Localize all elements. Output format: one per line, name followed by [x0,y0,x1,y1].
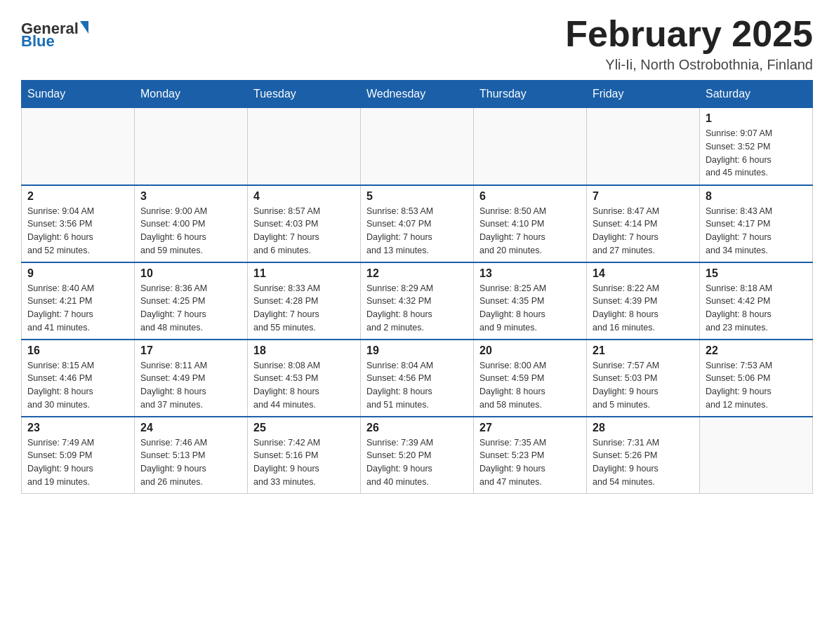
day-info: Sunrise: 8:33 AMSunset: 4:28 PMDaylight:… [253,282,355,335]
day-number: 18 [253,344,355,357]
calendar-cell: 15Sunrise: 8:18 AMSunset: 4:42 PMDayligh… [700,262,813,340]
day-number: 9 [27,267,128,280]
calendar-cell: 5Sunrise: 8:53 AMSunset: 4:07 PMDaylight… [361,185,474,262]
day-info: Sunrise: 7:57 AMSunset: 5:03 PMDaylight:… [593,359,694,412]
title-area: February 2025 Yli-Ii, North Ostrobothnia… [565,14,813,73]
day-info: Sunrise: 8:53 AMSunset: 4:07 PMDaylight:… [366,205,468,257]
day-info: Sunrise: 8:22 AMSunset: 4:39 PMDaylight:… [593,282,694,335]
day-header-friday: Friday [587,81,700,108]
day-number: 1 [706,112,807,125]
calendar-cell: 27Sunrise: 7:35 AMSunset: 5:23 PMDayligh… [474,417,587,494]
logo-blue: Blue [21,34,55,49]
day-header-monday: Monday [135,81,248,108]
calendar-week-row: 9Sunrise: 8:40 AMSunset: 4:21 PMDaylight… [22,262,813,340]
day-info: Sunrise: 8:29 AMSunset: 4:32 PMDaylight:… [366,282,468,335]
day-number: 19 [366,344,468,357]
day-number: 23 [27,422,128,434]
day-number: 15 [706,267,807,280]
page-header: General Blue February 2025 Yli-Ii, North… [21,14,813,73]
calendar-cell: 8Sunrise: 8:43 AMSunset: 4:17 PMDaylight… [700,185,813,262]
calendar-cell: 26Sunrise: 7:39 AMSunset: 5:20 PMDayligh… [361,417,474,494]
day-header-thursday: Thursday [474,81,587,108]
header-row: SundayMondayTuesdayWednesdayThursdayFrid… [22,81,813,108]
calendar-cell: 6Sunrise: 8:50 AMSunset: 4:10 PMDaylight… [474,185,587,262]
calendar-cell: 28Sunrise: 7:31 AMSunset: 5:26 PMDayligh… [587,417,700,494]
calendar-cell [22,108,135,185]
calendar-cell [700,417,813,494]
day-number: 3 [140,190,241,203]
calendar-cell: 24Sunrise: 7:46 AMSunset: 5:13 PMDayligh… [135,417,248,494]
day-number: 16 [27,344,128,357]
day-header-tuesday: Tuesday [248,81,361,108]
day-number: 28 [593,422,694,434]
calendar-cell: 1Sunrise: 9:07 AMSunset: 3:52 PMDaylight… [700,108,813,185]
day-number: 8 [706,190,807,203]
day-info: Sunrise: 7:46 AMSunset: 5:13 PMDaylight:… [140,436,241,489]
day-number: 17 [140,344,241,357]
day-info: Sunrise: 7:39 AMSunset: 5:20 PMDaylight:… [366,436,468,489]
calendar-subtitle: Yli-Ii, North Ostrobothnia, Finland [565,57,813,73]
calendar-table: SundayMondayTuesdayWednesdayThursdayFrid… [21,80,813,494]
day-info: Sunrise: 8:18 AMSunset: 4:42 PMDaylight:… [706,282,807,335]
day-number: 27 [479,422,581,434]
calendar-cell: 3Sunrise: 9:00 AMSunset: 4:00 PMDaylight… [135,185,248,262]
day-info: Sunrise: 7:53 AMSunset: 5:06 PMDaylight:… [706,359,807,412]
day-number: 13 [479,267,581,280]
calendar-cell: 18Sunrise: 8:08 AMSunset: 4:53 PMDayligh… [248,340,361,417]
calendar-cell [248,108,361,185]
calendar-cell: 16Sunrise: 8:15 AMSunset: 4:46 PMDayligh… [22,340,135,417]
day-info: Sunrise: 8:50 AMSunset: 4:10 PMDaylight:… [479,205,581,257]
day-number: 25 [253,422,355,434]
calendar-cell [135,108,248,185]
day-number: 26 [366,422,468,434]
day-info: Sunrise: 8:40 AMSunset: 4:21 PMDaylight:… [27,282,128,335]
day-header-saturday: Saturday [700,81,813,108]
day-number: 22 [706,344,807,357]
day-info: Sunrise: 8:47 AMSunset: 4:14 PMDaylight:… [593,205,694,257]
day-info: Sunrise: 8:15 AMSunset: 4:46 PMDaylight:… [27,359,128,412]
calendar-week-row: 23Sunrise: 7:49 AMSunset: 5:09 PMDayligh… [22,417,813,494]
day-info: Sunrise: 8:08 AMSunset: 4:53 PMDaylight:… [253,359,355,412]
calendar-cell: 9Sunrise: 8:40 AMSunset: 4:21 PMDaylight… [22,262,135,340]
day-info: Sunrise: 8:04 AMSunset: 4:56 PMDaylight:… [366,359,468,412]
day-info: Sunrise: 8:11 AMSunset: 4:49 PMDaylight:… [140,359,241,412]
calendar-week-row: 2Sunrise: 9:04 AMSunset: 3:56 PMDaylight… [22,185,813,262]
logo: General Blue [21,21,88,49]
calendar-cell [474,108,587,185]
day-info: Sunrise: 8:25 AMSunset: 4:35 PMDaylight:… [479,282,581,335]
calendar-cell: 12Sunrise: 8:29 AMSunset: 4:32 PMDayligh… [361,262,474,340]
calendar-cell: 11Sunrise: 8:33 AMSunset: 4:28 PMDayligh… [248,262,361,340]
day-number: 5 [366,190,468,203]
day-info: Sunrise: 9:04 AMSunset: 3:56 PMDaylight:… [27,205,128,257]
calendar-cell: 14Sunrise: 8:22 AMSunset: 4:39 PMDayligh… [587,262,700,340]
day-number: 21 [593,344,694,357]
calendar-cell: 20Sunrise: 8:00 AMSunset: 4:59 PMDayligh… [474,340,587,417]
day-info: Sunrise: 9:07 AMSunset: 3:52 PMDaylight:… [706,127,807,180]
day-number: 7 [593,190,694,203]
calendar-cell: 10Sunrise: 8:36 AMSunset: 4:25 PMDayligh… [135,262,248,340]
calendar-title: February 2025 [565,14,813,54]
calendar-cell: 23Sunrise: 7:49 AMSunset: 5:09 PMDayligh… [22,417,135,494]
day-info: Sunrise: 7:35 AMSunset: 5:23 PMDaylight:… [479,436,581,489]
day-number: 10 [140,267,241,280]
day-info: Sunrise: 7:42 AMSunset: 5:16 PMDaylight:… [253,436,355,489]
day-number: 11 [253,267,355,280]
day-number: 2 [27,190,128,203]
calendar-cell: 17Sunrise: 8:11 AMSunset: 4:49 PMDayligh… [135,340,248,417]
day-info: Sunrise: 8:00 AMSunset: 4:59 PMDaylight:… [479,359,581,412]
day-number: 14 [593,267,694,280]
calendar-cell: 19Sunrise: 8:04 AMSunset: 4:56 PMDayligh… [361,340,474,417]
day-info: Sunrise: 8:43 AMSunset: 4:17 PMDaylight:… [706,205,807,257]
calendar-cell: 2Sunrise: 9:04 AMSunset: 3:56 PMDaylight… [22,185,135,262]
day-info: Sunrise: 8:57 AMSunset: 4:03 PMDaylight:… [253,205,355,257]
day-number: 4 [253,190,355,203]
calendar-cell: 4Sunrise: 8:57 AMSunset: 4:03 PMDaylight… [248,185,361,262]
day-info: Sunrise: 7:31 AMSunset: 5:26 PMDaylight:… [593,436,694,489]
day-header-sunday: Sunday [22,81,135,108]
day-header-wednesday: Wednesday [361,81,474,108]
calendar-cell [587,108,700,185]
day-number: 12 [366,267,468,280]
calendar-cell: 22Sunrise: 7:53 AMSunset: 5:06 PMDayligh… [700,340,813,417]
calendar-week-row: 1Sunrise: 9:07 AMSunset: 3:52 PMDaylight… [22,108,813,185]
day-number: 20 [479,344,581,357]
